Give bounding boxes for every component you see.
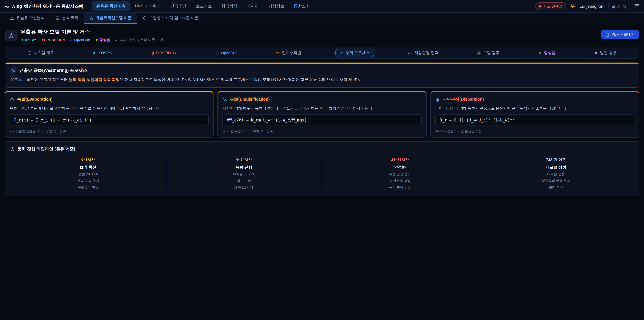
timeline-phase-time: 24~72시간 (322, 157, 478, 162)
nav-item[interactable]: 통합조회 (289, 1, 314, 11)
timeline-phase: 6~24시간유화 진행유화율 50-70%점도 급증체적 1.5~4배 (166, 157, 322, 190)
weathering-title-row: 유출유 풍화(Weathering) 프로세스 (10, 68, 634, 74)
pdf-export-button[interactable]: PDF 내보내기 (602, 30, 639, 39)
nav-item[interactable]: 기상정보 (264, 1, 289, 11)
process-card: 증발(Evaporation)유류의 경질 성분이 대기로 증발하는 과정. 유… (5, 91, 214, 138)
cloud-icon (408, 51, 412, 55)
model-badges: KOSPSPOSEIDONOpenDrift앙상블라그랑지안 입자추적 이론 기… (20, 38, 163, 42)
tab-item[interactable]: 유출유확산모델 이론 (84, 13, 137, 24)
timeline-phase-detail: 생물학적 분해 우세 (478, 179, 634, 183)
menu-button[interactable] (634, 3, 639, 10)
nav-item[interactable]: 유출유 확산예측 (92, 1, 130, 11)
menu-icon (634, 3, 639, 8)
timeline-title: 풍화 진행 타임라인 (원유 기준) (18, 146, 75, 152)
doc-icon (606, 32, 610, 37)
section-nav-label: POSEIDON (156, 51, 176, 55)
process-card-footnote: W_c: 함수율 / K_em: 유화 속도상수 (222, 129, 422, 134)
rocket-icon (594, 51, 598, 55)
timeline-phase-detail: 체적 1.5~4배 (166, 185, 322, 190)
ring-icon (70, 38, 73, 42)
nav-item[interactable]: 긴급구난 (166, 1, 191, 11)
app-root: Wing 해양환경 위기대응 통합시스템 유출유 확산예측HNS·대기확산긴급구… (0, 0, 644, 320)
model-badge: KOSPS (20, 38, 38, 42)
app-logo[interactable]: Wing 해양환경 위기대응 통합시스템 (5, 3, 83, 9)
process-card-formula: dW_c/dt = K_em·U_w²·(1-W_c/W_max) (222, 114, 422, 126)
section-nav-item[interactable]: 해양환경 입력 (404, 49, 442, 57)
wave-icon (10, 68, 16, 74)
target-icon (42, 38, 45, 42)
system-title: 해양환경 위기대응 통합시스템 (24, 3, 83, 9)
process-card-footnote: Mackay 경험식 기반 분산율 계산 (435, 129, 634, 134)
section-nav-item[interactable]: KOSPS (88, 49, 116, 57)
section-nav-item[interactable]: OpenDrift (211, 49, 242, 57)
logout-button[interactable]: 로그아웃 (608, 2, 630, 11)
timeline-title-row: 풍화 진행 타임라인 (원유 기준) (10, 146, 634, 152)
section-nav-label: OpenDrift (221, 51, 238, 55)
section-nav-label: KOSPS (98, 51, 112, 55)
process-card-formula: D_r = 0.11·(U_w+U_c)²·(1+U_w)⁻¹ (435, 114, 634, 126)
section-nav-item[interactable]: 입자추적법 (272, 49, 305, 57)
timeline-phase-name: 초기 확산 (10, 165, 166, 170)
timeline-phase-detail: 수중 분산 증가 (322, 172, 478, 177)
section-nav-label: 풍화 프로세스 (346, 50, 370, 55)
droplet-icon (435, 97, 440, 102)
tab-item[interactable]: 유출유 확산분석 (5, 13, 50, 24)
timeline-phase-detail: 자연분해 시작 (322, 179, 478, 183)
timeline-phase-detail: 유화율 50-70% (166, 172, 322, 177)
tab-item[interactable]: 분석 목록 (50, 13, 83, 24)
timeline-phase-time: 72시간 이후 (478, 157, 634, 162)
section-nav-item[interactable]: 모델 검증 (473, 49, 504, 57)
model-badge: 앙상블 (95, 38, 110, 42)
weathering-overview-panel: 유출유 풍화(Weathering) 프로세스 유출유는 해면에 유출된 직후부… (5, 62, 639, 88)
process-cards: 증발(Evaporation)유류의 경질 성분이 대기로 증발하는 과정. 유… (5, 91, 639, 138)
section-nav-label: 앙상블 (544, 50, 556, 55)
section-nav-item[interactable]: 풍화 프로세스 (336, 49, 374, 57)
app-logo-text: Wing (12, 4, 22, 9)
section-nav-label: 입자추적법 (282, 50, 301, 55)
incident-label: 사고 진행중 (543, 4, 562, 9)
topnav-right: 사고 진행중 Eunjeong Kim 로그아웃 (535, 2, 639, 11)
page-icon-box (5, 30, 17, 41)
header-subtitle: 라그랑지안 입자추적 이론 기반 (114, 38, 163, 42)
tab-label: 오일펜스 배치 알고리즘 이론 (149, 16, 198, 21)
process-card-footnote: x_i: 성분별 몰분율 / k_ei: 증발 속도상수 (10, 129, 209, 134)
timeline-phase-detail: 해안 표착 위험 (322, 185, 478, 190)
nav-item[interactable]: 보고자료 (191, 1, 216, 11)
nav-item[interactable]: HNS·대기확산 (130, 1, 165, 11)
timeline-phase: 0~6시간초기 확산증발 20-30%유막 급속 확대중질유분 잔류 (10, 157, 166, 190)
check-icon (477, 51, 481, 55)
timeline-phase-detail: 증발 20-30% (10, 172, 166, 177)
tab-item[interactable]: 오일펜스 배치 알고리즘 이론 (137, 13, 204, 24)
diamond-icon (20, 38, 24, 42)
wave-icon (340, 51, 344, 55)
tab-bar: 유출유 확산분석분석 목록유출유확산모델 이론오일펜스 배치 알고리즘 이론 (0, 13, 644, 24)
timeline-phases: 0~6시간초기 확산증발 20-30%유막 급속 확대중질유분 잔류6~24시간… (10, 157, 634, 190)
timeline-phase-detail: 중질유분 잔류 (10, 185, 166, 190)
tab-label: 유출유 확산분석 (16, 16, 44, 21)
diamond-icon (92, 51, 96, 55)
section-nav-item[interactable]: 앙상블 (534, 49, 560, 57)
bolt-icon (538, 51, 542, 55)
page-title: 유출유 확산 모델 이론 및 검증 (20, 29, 163, 36)
process-card: 유화(Emulsification)파랑에 의해 해수가 유류에 혼입되어 점도… (218, 91, 427, 138)
process-card-title: 증발(Evaporation) (17, 97, 52, 102)
weathering-description: 유출유는 해면에 유출된 직후부터 물리·화학·생물학적 풍화 과정을 거쳐 지… (10, 77, 634, 82)
section-nav: 시스템 개요KOSPSPOSEIDONOpenDrift입자추적법풍화 프로세스… (5, 47, 639, 59)
section-nav-item[interactable]: 시스템 개요 (24, 49, 58, 57)
weathering-desc-post: 을 거쳐 지속적으로 특성이 변화합니다. WING 시스템은 주요 풍화 프로… (120, 78, 360, 82)
nav-item[interactable]: 게시판 (242, 1, 263, 11)
flask-icon (8, 33, 14, 38)
model-badge-label: OpenDrift (74, 38, 90, 42)
section-nav-item[interactable]: POSEIDON (146, 49, 180, 57)
weathering-desc-pre: 유출유는 해면에 유출된 직후부터 (10, 78, 69, 82)
process-card-title-row: 유화(Emulsification) (222, 97, 422, 102)
model-badge-label: KOSPS (25, 38, 38, 42)
section-nav-item[interactable]: 발전 방향 (590, 49, 620, 57)
main-nav: 유출유 확산예측HNS·대기확산긴급구난보고자료항공탐색게시판기상정보통합조회 (92, 1, 314, 11)
model-badge-label: POSEIDON (46, 38, 65, 42)
incident-status-badge[interactable]: 사고 진행중 (535, 2, 566, 10)
target-icon (150, 51, 154, 55)
nav-item[interactable]: 항공탐색 (217, 1, 242, 11)
timeline-phase-name: 안정화 (322, 165, 478, 170)
notification-bell-button[interactable] (570, 3, 576, 9)
